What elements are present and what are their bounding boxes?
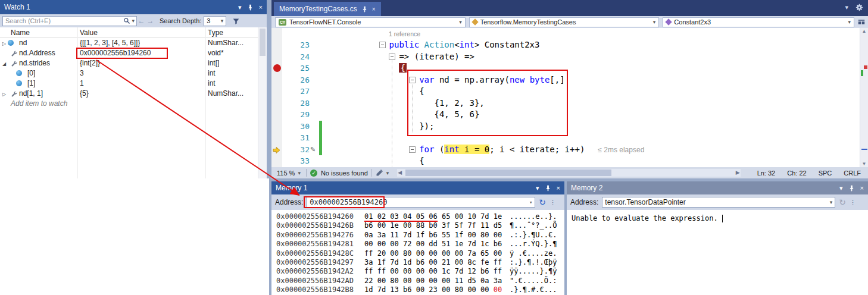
memory-row[interactable]: 0x000002556B19426001 02 03 04 05 06 65 0… xyxy=(271,212,564,221)
filter-icon[interactable] xyxy=(232,17,240,25)
document-list-chevron-icon[interactable]: ▾ xyxy=(845,4,848,11)
scroll-up-icon[interactable]: ▲ xyxy=(860,29,868,34)
memory-row[interactable]: 0x000002556B19428Cff 20 00 80 00 00 00 0… xyxy=(271,249,564,258)
gear-icon[interactable] xyxy=(855,4,863,11)
collapse-region-icon[interactable] xyxy=(379,42,386,48)
line-number[interactable]: 29 xyxy=(271,109,310,121)
chevron-down-icon[interactable]: ▾ xyxy=(529,199,532,205)
project-dropdown[interactable]: C# TensorFlowNET.Console ▾ xyxy=(275,17,466,27)
add-watch-row[interactable]: Add item to watch xyxy=(0,99,267,109)
member-dropdown[interactable]: Constant2x3 ▾ xyxy=(663,17,854,27)
search-options-chevron-icon[interactable]: ▾ xyxy=(132,18,135,24)
memory-row[interactable]: 0x000002556B19428100 00 00 72 00 dd 51 1… xyxy=(271,240,564,249)
watch-row[interactable]: nd.Address0x000002556b194260void* xyxy=(0,48,267,58)
pin-icon[interactable] xyxy=(545,185,551,192)
pin-icon[interactable] xyxy=(361,6,368,12)
watch-value[interactable]: 3 xyxy=(80,68,84,79)
watch-value[interactable]: {int[2]} xyxy=(80,58,100,68)
collapse-region-icon[interactable] xyxy=(389,54,395,60)
watch-panel-header[interactable]: Watch 1 ▾× xyxy=(0,0,267,14)
column-header-name[interactable]: Name xyxy=(11,29,30,37)
watch-scrollbar[interactable] xyxy=(258,27,267,178)
line-number[interactable]: 28 xyxy=(271,98,310,109)
memory-row[interactable]: 0x000002556B19426Bb6 00 1e 00 88 b0 3f 5… xyxy=(271,221,564,230)
code-line[interactable]: }); xyxy=(419,121,434,133)
watch-row[interactable]: ▷nd{[[1, 2, 3], [4, 5, 6]]}NumShar... xyxy=(0,38,267,48)
column-divider[interactable] xyxy=(77,27,78,178)
memory-row[interactable]: 0x000002556B1942B81d 7d 13 b6 00 23 00 8… xyxy=(271,285,564,294)
watch-search-input[interactable] xyxy=(3,17,123,24)
refresh-icon[interactable]: ↻ xyxy=(839,197,846,207)
code-line[interactable]: public Action<int> Constant2x3 xyxy=(389,39,540,51)
line-number[interactable]: 27 xyxy=(271,86,310,98)
zoom-select[interactable]: 115 % ▾ xyxy=(275,170,302,177)
watch-search-box[interactable]: ▾ xyxy=(2,16,137,26)
close-icon[interactable]: × xyxy=(860,184,864,192)
editor-vertical-scrollbar[interactable]: ▲ ▼ xyxy=(860,28,868,167)
code-line[interactable]: { xyxy=(419,155,424,167)
code-line[interactable]: { xyxy=(419,86,424,98)
issues-status[interactable]: No issues found xyxy=(321,170,368,177)
code-line[interactable]: {4, 5, 6} xyxy=(434,109,479,121)
spaces-indicator[interactable]: SPC xyxy=(819,170,832,177)
memory-row[interactable]: 0x000002556B1942A2ff ff 00 00 00 00 1c 7… xyxy=(271,267,564,276)
memory-row[interactable]: 0x000002556B1942AD22 00 80 00 00 00 00 1… xyxy=(271,277,564,285)
search-depth-combo[interactable]: 3 ▾ xyxy=(204,16,226,26)
memory2-address-input[interactable]: tensor.TensorDataPointer ▾ xyxy=(602,197,835,208)
memory1-dump[interactable]: 0x000002556B19426001 02 03 04 05 06 65 0… xyxy=(271,210,564,295)
collapse-region-icon[interactable] xyxy=(409,146,416,153)
split-window-icon[interactable] xyxy=(858,18,865,26)
line-ending-indicator[interactable]: CRLF xyxy=(844,170,861,177)
pin-icon[interactable] xyxy=(848,185,855,192)
breakpoint-icon[interactable] xyxy=(273,64,281,72)
pin-icon[interactable] xyxy=(247,4,254,11)
toolbar-overflow-icon[interactable]: ⋮ xyxy=(850,199,856,206)
code-line[interactable]: var nd = np.array(new byte[,] xyxy=(419,74,564,86)
scroll-down-icon[interactable]: ▼ xyxy=(860,161,868,167)
collapse-region-icon[interactable] xyxy=(409,77,416,83)
watch-value[interactable]: {5} xyxy=(80,89,89,99)
watch-value[interactable]: 0x000002556b194260 xyxy=(80,48,151,58)
code-line[interactable]: { xyxy=(399,62,406,74)
watch-row[interactable]: ◢nd.strides{int[2]}int[] xyxy=(0,58,267,68)
line-number[interactable]: 33 xyxy=(271,155,310,167)
code-line[interactable]: => (iterate) => xyxy=(399,51,474,63)
code-line[interactable]: {1, 2, 3}, xyxy=(434,98,484,109)
scrollbar-thumb[interactable] xyxy=(405,170,611,176)
expander-icon[interactable]: ▷ xyxy=(2,89,6,99)
memory-row[interactable]: 0x000002556B1942973a 1f 7d 1d b6 00 21 0… xyxy=(271,258,564,267)
health-check-icon[interactable]: ✓ xyxy=(310,170,317,177)
toolbar-overflow-icon[interactable]: ⋮ xyxy=(549,199,556,206)
code-cleanup-icon[interactable] xyxy=(376,170,383,177)
close-icon[interactable]: × xyxy=(259,4,263,11)
line-indicator[interactable]: Ln: 32 xyxy=(757,170,776,177)
line-number[interactable]: 24 xyxy=(271,51,310,63)
column-divider[interactable] xyxy=(205,27,206,178)
expander-icon[interactable]: ◢ xyxy=(2,59,6,69)
memory1-panel-header[interactable]: Memory 1 ▾× xyxy=(271,181,564,194)
watch-row[interactable]: [1]1int xyxy=(0,79,267,89)
line-number[interactable]: 31 xyxy=(271,132,310,144)
memory1-address-input[interactable]: 0x000002556B194260 ▾ xyxy=(307,197,535,208)
watch-value[interactable]: 1 xyxy=(80,79,84,89)
refresh-icon[interactable]: ↻ xyxy=(539,197,546,207)
codelens-references[interactable]: 1 reference xyxy=(389,30,420,37)
expander-icon[interactable]: ▷ xyxy=(2,39,6,49)
close-icon[interactable]: × xyxy=(557,184,560,192)
line-number[interactable]: 30 xyxy=(271,121,310,133)
chevron-down-icon[interactable]: ▾ xyxy=(839,184,843,192)
memory-row[interactable]: 0x000002556B1942760a 3a 11 7d 1f b6 55 1… xyxy=(271,231,564,240)
column-indicator[interactable]: Ch: 22 xyxy=(787,170,806,177)
chevron-down-icon[interactable]: ▾ xyxy=(386,170,389,176)
editor-horizontal-scrollbar[interactable]: ◀ ▶ xyxy=(397,169,740,177)
code-line[interactable]: for (int i = 0; i < iterate; i++)≤ 2ms e… xyxy=(419,144,644,156)
memory2-panel-header[interactable]: Memory 2 ▾× xyxy=(567,181,868,194)
tab-memorytestingcases[interactable]: MemoryTestingCases.cs × xyxy=(274,2,381,16)
line-number[interactable]: 23 xyxy=(271,39,310,51)
watch-row[interactable]: ▷nd[1, 1]{5}NumShar... xyxy=(0,89,267,99)
close-icon[interactable]: × xyxy=(372,6,376,12)
search-next-icon[interactable]: → xyxy=(146,17,155,25)
scroll-left-icon[interactable]: ◀ xyxy=(398,169,402,177)
memory2-body[interactable]: Unable to evaluate the expression. xyxy=(567,210,868,295)
current-statement-arrow-icon[interactable] xyxy=(273,146,280,156)
